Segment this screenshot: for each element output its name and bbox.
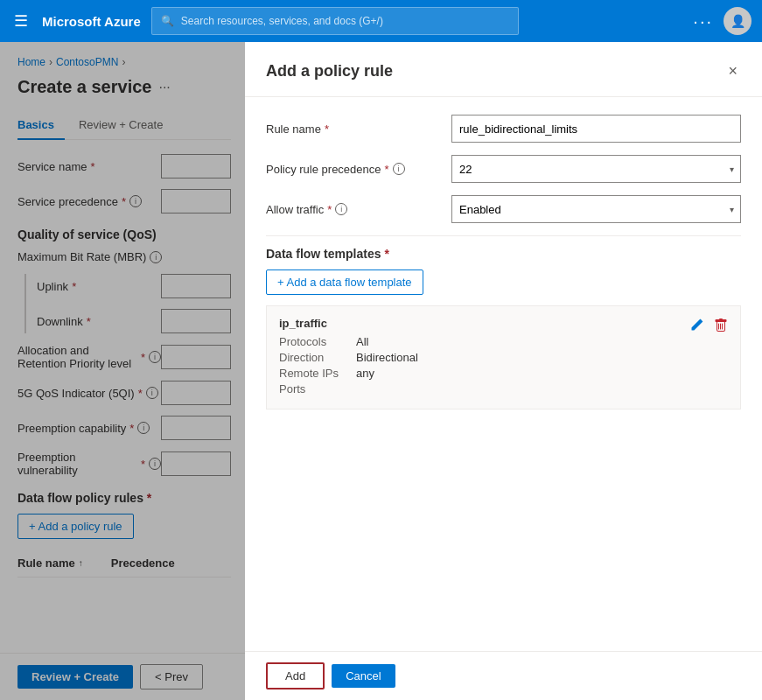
modal-footer: Add Cancel [245,651,762,700]
add-button[interactable]: Add [266,662,325,690]
template-direction-value: Bidirectional [356,351,418,364]
modal-body: Rule name * Policy rule precedence * i 2… [245,97,762,651]
dft-section: Data flow templates * + Add a data flow … [266,247,741,410]
add-data-flow-template-button[interactable]: + Add a data flow template [266,270,423,295]
modal-header: Add a policy rule × [245,42,762,97]
page-layout: Home › ContosoPMN › Create a service ···… [0,42,762,700]
allow-traffic-label: Allow traffic * i [266,203,441,216]
template-protocols-value: All [356,335,368,348]
rule-name-label: Rule name * [266,122,441,136]
topbar: ☰ Microsoft Azure 🔍 Search resources, se… [0,0,762,42]
avatar[interactable]: 👤 [724,7,752,35]
allow-traffic-required: * [327,203,332,216]
rule-name-required: * [325,122,329,136]
template-remote-row: Remote IPs any [279,367,728,380]
precedence-row: Policy rule precedence * i 22 ▾ [266,155,741,183]
dft-required: * [384,247,388,261]
template-protocols-row: Protocols All [279,335,728,348]
template-direction-key: Direction [279,351,349,364]
rule-name-row: Rule name * [266,115,741,143]
menu-icon[interactable]: ☰ [10,8,31,34]
modal-title: Add a policy rule [266,62,393,80]
dft-title: Data flow templates * [266,247,741,261]
template-remote-key: Remote IPs [279,367,349,380]
search-bar[interactable]: 🔍 Search resources, services, and docs (… [151,7,519,35]
search-placeholder: Search resources, services, and docs (G+… [181,15,383,27]
allow-traffic-row: Allow traffic * i Enabled Disabled ▾ [266,195,741,223]
cancel-button[interactable]: Cancel [332,664,395,688]
template-remote-value: any [356,367,374,380]
modal-add-policy-rule: Add a policy rule × Rule name * Policy r… [245,42,762,700]
more-options-icon[interactable]: ··· [693,11,713,32]
precedence-select[interactable]: 22 [451,155,741,183]
topbar-right: ··· 👤 [693,7,752,35]
app-title: Microsoft Azure [42,14,141,29]
precedence-required: * [385,163,389,176]
allow-traffic-info-icon[interactable]: i [335,203,347,215]
template-edit-button[interactable] [688,317,705,338]
template-delete-button[interactable] [712,317,730,338]
template-protocols-key: Protocols [279,335,349,348]
template-entry: ip_traffic Protocols All Direction Bidir… [266,305,741,410]
template-name: ip_traffic [279,317,728,330]
precedence-info-icon[interactable]: i [393,163,405,175]
template-ports-row: Ports [279,382,728,396]
allow-traffic-select-wrapper: Enabled Disabled ▾ [451,195,741,223]
divider [266,235,741,236]
search-icon: 🔍 [161,15,174,27]
precedence-label: Policy rule precedence * i [266,163,441,176]
template-actions [688,317,730,338]
template-direction-row: Direction Bidirectional [279,351,728,364]
precedence-select-wrapper: 22 ▾ [451,155,741,183]
rule-name-input[interactable] [451,115,741,143]
allow-traffic-select[interactable]: Enabled Disabled [451,195,741,223]
template-ports-key: Ports [279,382,349,396]
modal-close-button[interactable]: × [724,60,741,82]
